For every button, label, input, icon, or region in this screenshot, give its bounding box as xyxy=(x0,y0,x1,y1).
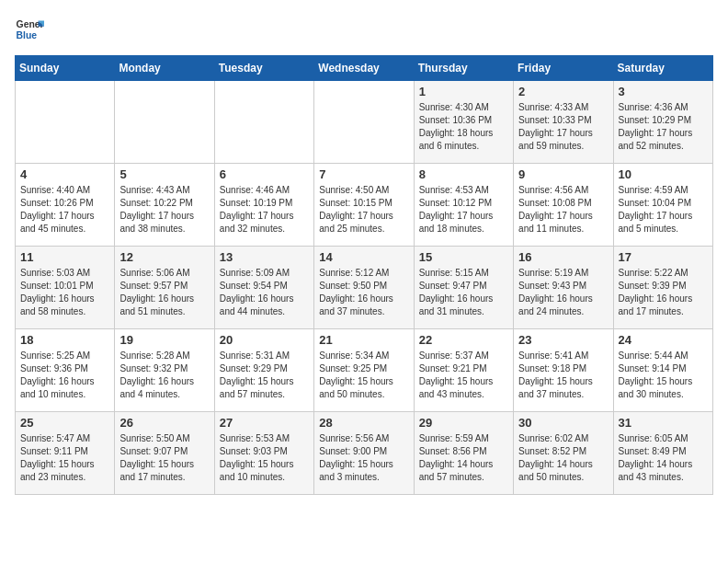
logo: General Blue xyxy=(15,15,44,44)
day-info: Sunrise: 5:31 AM Sunset: 9:29 PM Dayligh… xyxy=(220,350,309,401)
day-info: Sunrise: 4:59 AM Sunset: 10:04 PM Daylig… xyxy=(619,184,708,236)
day-info: Sunrise: 4:56 AM Sunset: 10:08 PM Daylig… xyxy=(518,184,608,236)
day-info: Sunrise: 4:46 AM Sunset: 10:19 PM Daylig… xyxy=(220,184,309,236)
day-info: Sunrise: 5:15 AM Sunset: 9:47 PM Dayligh… xyxy=(419,267,508,318)
calendar-cell: 14Sunrise: 5:12 AM Sunset: 9:50 PM Dayli… xyxy=(314,247,414,329)
day-number: 21 xyxy=(319,333,408,347)
calendar-cell: 1Sunrise: 4:30 AM Sunset: 10:36 PM Dayli… xyxy=(414,81,513,164)
calendar-cell: 31Sunrise: 6:05 AM Sunset: 8:49 PM Dayli… xyxy=(613,412,712,495)
day-info: Sunrise: 6:02 AM Sunset: 8:52 PM Dayligh… xyxy=(518,432,608,484)
header-saturday: Saturday xyxy=(613,56,712,81)
calendar-cell: 11Sunrise: 5:03 AM Sunset: 10:01 PM Dayl… xyxy=(16,247,115,329)
day-info: Sunrise: 5:28 AM Sunset: 9:32 PM Dayligh… xyxy=(119,350,209,401)
day-number: 29 xyxy=(419,416,508,430)
day-number: 31 xyxy=(619,416,708,430)
day-number: 3 xyxy=(619,85,708,98)
calendar-cell xyxy=(214,81,313,164)
calendar-cell: 19Sunrise: 5:28 AM Sunset: 9:32 PM Dayli… xyxy=(115,329,214,412)
day-info: Sunrise: 5:03 AM Sunset: 10:01 PM Daylig… xyxy=(20,267,109,318)
day-info: Sunrise: 5:19 AM Sunset: 9:43 PM Dayligh… xyxy=(518,267,608,318)
calendar-cell: 22Sunrise: 5:37 AM Sunset: 9:21 PM Dayli… xyxy=(414,329,513,412)
header-thursday: Thursday xyxy=(414,56,513,81)
week-row-5: 25Sunrise: 5:47 AM Sunset: 9:11 PM Dayli… xyxy=(16,412,713,495)
svg-text:Blue: Blue xyxy=(17,30,38,40)
header-sunday: Sunday xyxy=(16,56,115,81)
day-info: Sunrise: 5:59 AM Sunset: 8:56 PM Dayligh… xyxy=(419,432,508,484)
calendar-cell xyxy=(16,81,115,164)
day-number: 24 xyxy=(619,333,708,347)
calendar-cell: 16Sunrise: 5:19 AM Sunset: 9:43 PM Dayli… xyxy=(514,247,613,329)
day-number: 6 xyxy=(220,167,309,181)
day-info: Sunrise: 5:44 AM Sunset: 9:14 PM Dayligh… xyxy=(619,350,708,401)
day-info: Sunrise: 4:40 AM Sunset: 10:26 PM Daylig… xyxy=(20,184,109,236)
calendar-cell: 3Sunrise: 4:36 AM Sunset: 10:29 PM Dayli… xyxy=(613,81,712,164)
day-number: 14 xyxy=(319,250,408,264)
day-number: 8 xyxy=(419,167,508,181)
day-info: Sunrise: 4:36 AM Sunset: 10:29 PM Daylig… xyxy=(619,101,708,153)
day-number: 26 xyxy=(119,416,209,430)
day-number: 23 xyxy=(518,333,608,347)
day-info: Sunrise: 4:30 AM Sunset: 10:36 PM Daylig… xyxy=(419,101,508,153)
header-monday: Monday xyxy=(115,56,214,81)
day-number: 22 xyxy=(419,333,508,347)
day-number: 5 xyxy=(119,167,209,181)
day-number: 7 xyxy=(319,167,408,181)
day-info: Sunrise: 6:05 AM Sunset: 8:49 PM Dayligh… xyxy=(619,432,708,484)
day-number: 27 xyxy=(220,416,309,430)
calendar-cell: 5Sunrise: 4:43 AM Sunset: 10:22 PM Dayli… xyxy=(115,164,214,247)
day-info: Sunrise: 5:34 AM Sunset: 9:25 PM Dayligh… xyxy=(319,350,408,401)
page-header: General Blue xyxy=(15,15,713,44)
week-row-1: 1Sunrise: 4:30 AM Sunset: 10:36 PM Dayli… xyxy=(16,81,713,164)
calendar-cell: 25Sunrise: 5:47 AM Sunset: 9:11 PM Dayli… xyxy=(16,412,115,495)
day-number: 17 xyxy=(619,250,708,264)
day-number: 1 xyxy=(419,85,508,98)
day-number: 19 xyxy=(119,333,209,347)
day-info: Sunrise: 5:06 AM Sunset: 9:57 PM Dayligh… xyxy=(119,267,209,318)
calendar-cell: 23Sunrise: 5:41 AM Sunset: 9:18 PM Dayli… xyxy=(514,329,613,412)
day-info: Sunrise: 5:53 AM Sunset: 9:03 PM Dayligh… xyxy=(220,432,309,484)
calendar-cell: 7Sunrise: 4:50 AM Sunset: 10:15 PM Dayli… xyxy=(314,164,414,247)
day-number: 25 xyxy=(20,416,109,430)
day-number: 2 xyxy=(518,85,608,98)
calendar-cell: 10Sunrise: 4:59 AM Sunset: 10:04 PM Dayl… xyxy=(613,164,712,247)
calendar-cell: 27Sunrise: 5:53 AM Sunset: 9:03 PM Dayli… xyxy=(214,412,313,495)
calendar-cell: 21Sunrise: 5:34 AM Sunset: 9:25 PM Dayli… xyxy=(314,329,414,412)
day-info: Sunrise: 5:12 AM Sunset: 9:50 PM Dayligh… xyxy=(319,267,408,318)
week-row-2: 4Sunrise: 4:40 AM Sunset: 10:26 PM Dayli… xyxy=(16,164,713,247)
day-number: 12 xyxy=(119,250,209,264)
calendar-header-row: SundayMondayTuesdayWednesdayThursdayFrid… xyxy=(16,56,713,81)
calendar-cell: 8Sunrise: 4:53 AM Sunset: 10:12 PM Dayli… xyxy=(414,164,513,247)
calendar-cell: 17Sunrise: 5:22 AM Sunset: 9:39 PM Dayli… xyxy=(613,247,712,329)
header-wednesday: Wednesday xyxy=(314,56,414,81)
calendar-cell: 2Sunrise: 4:33 AM Sunset: 10:33 PM Dayli… xyxy=(514,81,613,164)
day-info: Sunrise: 5:50 AM Sunset: 9:07 PM Dayligh… xyxy=(119,432,209,484)
day-number: 20 xyxy=(220,333,309,347)
day-number: 4 xyxy=(20,167,109,181)
calendar-cell: 20Sunrise: 5:31 AM Sunset: 9:29 PM Dayli… xyxy=(214,329,313,412)
day-number: 9 xyxy=(518,167,608,181)
calendar-cell: 9Sunrise: 4:56 AM Sunset: 10:08 PM Dayli… xyxy=(514,164,613,247)
day-info: Sunrise: 4:53 AM Sunset: 10:12 PM Daylig… xyxy=(419,184,508,236)
day-info: Sunrise: 4:43 AM Sunset: 10:22 PM Daylig… xyxy=(119,184,209,236)
calendar-table: SundayMondayTuesdayWednesdayThursdayFrid… xyxy=(15,55,713,495)
day-info: Sunrise: 5:56 AM Sunset: 9:00 PM Dayligh… xyxy=(319,432,408,484)
day-number: 11 xyxy=(20,250,109,264)
calendar-cell: 18Sunrise: 5:25 AM Sunset: 9:36 PM Dayli… xyxy=(16,329,115,412)
day-number: 18 xyxy=(20,333,109,347)
day-info: Sunrise: 4:33 AM Sunset: 10:33 PM Daylig… xyxy=(518,101,608,153)
day-info: Sunrise: 5:41 AM Sunset: 9:18 PM Dayligh… xyxy=(518,350,608,401)
day-number: 13 xyxy=(220,250,309,264)
calendar-cell xyxy=(115,81,214,164)
header-tuesday: Tuesday xyxy=(214,56,313,81)
calendar-cell: 28Sunrise: 5:56 AM Sunset: 9:00 PM Dayli… xyxy=(314,412,414,495)
calendar-cell: 29Sunrise: 5:59 AM Sunset: 8:56 PM Dayli… xyxy=(414,412,513,495)
day-info: Sunrise: 5:47 AM Sunset: 9:11 PM Dayligh… xyxy=(20,432,109,484)
day-info: Sunrise: 5:37 AM Sunset: 9:21 PM Dayligh… xyxy=(419,350,508,401)
week-row-4: 18Sunrise: 5:25 AM Sunset: 9:36 PM Dayli… xyxy=(16,329,713,412)
calendar-cell: 26Sunrise: 5:50 AM Sunset: 9:07 PM Dayli… xyxy=(115,412,214,495)
calendar-cell: 13Sunrise: 5:09 AM Sunset: 9:54 PM Dayli… xyxy=(214,247,313,329)
day-info: Sunrise: 4:50 AM Sunset: 10:15 PM Daylig… xyxy=(319,184,408,236)
calendar-cell: 15Sunrise: 5:15 AM Sunset: 9:47 PM Dayli… xyxy=(414,247,513,329)
calendar-cell: 12Sunrise: 5:06 AM Sunset: 9:57 PM Dayli… xyxy=(115,247,214,329)
week-row-3: 11Sunrise: 5:03 AM Sunset: 10:01 PM Dayl… xyxy=(16,247,713,329)
